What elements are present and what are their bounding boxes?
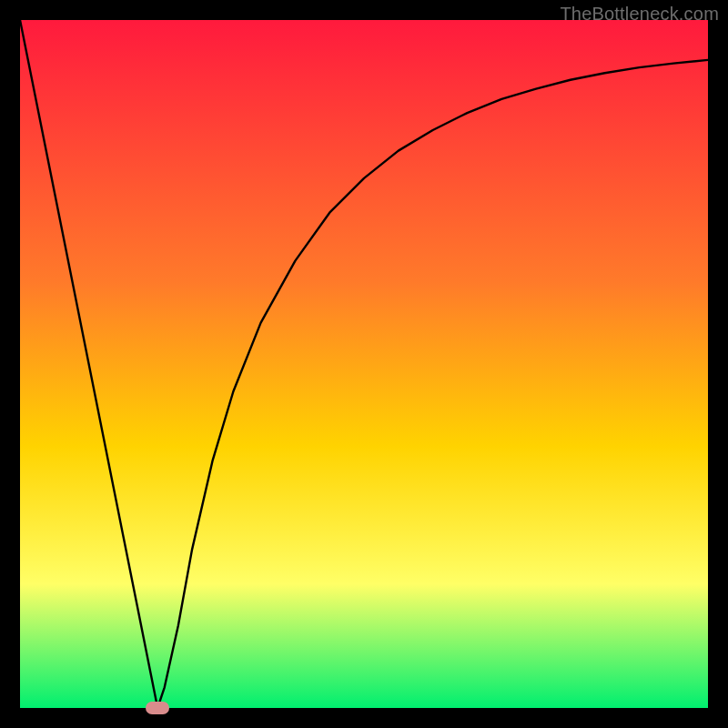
optimum-marker	[146, 702, 169, 714]
gradient-background	[20, 20, 708, 708]
watermark-text: TheBottleneck.com	[560, 4, 719, 25]
chart-svg	[20, 20, 708, 708]
plot-area	[20, 20, 708, 708]
chart-frame: TheBottleneck.com	[0, 0, 728, 728]
